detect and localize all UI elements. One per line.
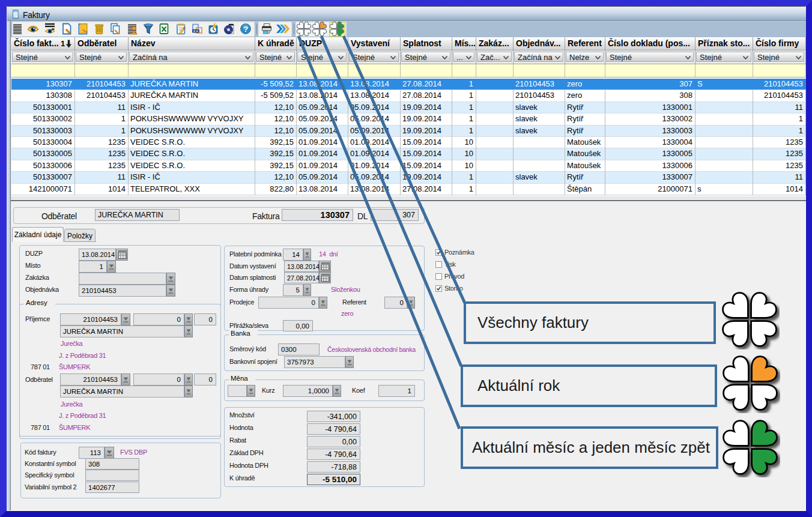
svg-text:?: ? [243,25,248,34]
